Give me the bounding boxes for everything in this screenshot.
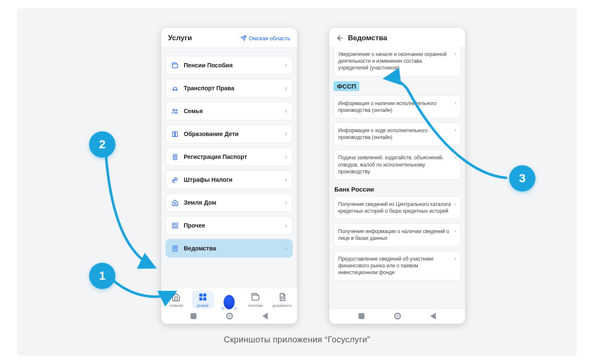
back-button[interactable] — [336, 34, 344, 42]
item-text: Получение информации о наличии сведений … — [338, 228, 451, 242]
chevron-right-icon: › — [285, 245, 287, 252]
svg-rect-11 — [199, 294, 202, 297]
service-item-5[interactable]: Штрафы Налоги › — [165, 170, 293, 189]
service-item-8[interactable]: Ведомства › — [165, 239, 293, 258]
arrow-left-icon — [336, 34, 344, 42]
svg-point-2 — [173, 109, 174, 111]
chevron-right-icon: › — [285, 153, 287, 161]
service-label: Прочее — [184, 222, 280, 229]
list-item[interactable]: Предоставление сведений об участнике фин… — [333, 251, 461, 281]
section-header-fssp: ФССП — [333, 81, 359, 91]
item-text: Уведомление о начале и окончании охранно… — [338, 51, 451, 72]
nav-label: главная — [169, 303, 183, 308]
home-icon — [171, 199, 179, 206]
chevron-right-icon: › — [454, 154, 456, 160]
service-item-3[interactable]: Образование Дети › — [165, 125, 293, 143]
bottom-nav: главнаяуслугиплатежидокументы — [161, 288, 297, 309]
canvas: Услуги Омская область Пенсии Пособия › Т… — [0, 0, 594, 364]
chevron-right-icon: › — [285, 61, 287, 69]
chevron-right-icon: › — [285, 222, 287, 229]
header-services: Услуги Омская область — [161, 28, 297, 47]
svg-rect-9 — [175, 226, 177, 228]
service-label: Образование Дети — [184, 131, 280, 137]
wallet-icon — [171, 61, 179, 69]
service-label: Семья — [184, 108, 280, 114]
list-item[interactable]: Получение информации о наличии сведений … — [333, 223, 461, 246]
phone-services: Услуги Омская область Пенсии Пособия › Т… — [161, 28, 297, 324]
book-icon — [171, 130, 179, 138]
home-icon[interactable] — [226, 313, 233, 320]
header-agencies: Ведомства — [329, 28, 465, 47]
chevron-right-icon: › — [285, 199, 287, 206]
chevron-right-icon: › — [285, 84, 287, 92]
list-item[interactable]: Подача заявлений, ходатайств, объяснений… — [333, 150, 461, 180]
service-item-1[interactable]: Транспорт Права › — [165, 79, 293, 97]
svg-rect-13 — [199, 297, 202, 300]
robot-icon — [224, 297, 235, 308]
list-item[interactable]: Получение сведений из Центрального катал… — [333, 196, 461, 219]
step-badge-3: 3 — [509, 165, 535, 192]
android-nav — [329, 309, 465, 324]
passport-icon — [171, 153, 179, 161]
figure-caption: Скриншоты приложения “Госуслуги” — [17, 335, 577, 345]
nav-платежи[interactable]: платежи — [244, 291, 266, 308]
chevron-right-icon: › — [454, 51, 456, 57]
wallet-icon — [250, 292, 261, 303]
item-text: Информация о ходе исполнительного произв… — [338, 127, 451, 141]
home-icon — [171, 292, 182, 303]
nav-label: услуги — [197, 303, 208, 308]
service-label: Ведомства — [184, 245, 280, 252]
nav-документы[interactable]: документы — [271, 291, 293, 308]
back-icon[interactable] — [262, 313, 268, 320]
nav-assistant[interactable] — [218, 296, 240, 308]
nav-label: документы — [272, 303, 291, 308]
list-item[interactable]: Информация о наличии исполнительного про… — [333, 95, 461, 118]
robot-icon — [224, 295, 235, 309]
agencies-body: Уведомление о начале и окончании охранно… — [329, 47, 465, 309]
nav-услуги[interactable]: услуги — [192, 291, 214, 308]
service-item-6[interactable]: Земля Дом › — [165, 193, 293, 212]
service-label: Транспорт Права — [184, 85, 280, 92]
annotation-arrows — [17, 8, 577, 356]
service-label: Пенсии Пособия — [184, 62, 280, 69]
svg-rect-10 — [173, 246, 177, 251]
android-nav — [161, 309, 297, 324]
nav-label: платежи — [248, 303, 263, 308]
svg-rect-14 — [203, 297, 206, 300]
page-title: Ведомства — [348, 34, 387, 42]
service-item-7[interactable]: Прочее › — [165, 216, 293, 235]
back-icon[interactable] — [430, 313, 436, 320]
family-icon — [171, 107, 179, 115]
svg-point-3 — [176, 109, 177, 111]
page-title: Услуги — [168, 34, 192, 42]
chevron-right-icon: › — [285, 130, 287, 138]
svg-rect-6 — [172, 223, 174, 225]
phone-agencies: Ведомства Уведомление о начале и окончан… — [329, 28, 465, 324]
step-badge-1: 1 — [89, 263, 115, 289]
list-item[interactable]: Информация о ходе исполнительного произв… — [333, 122, 461, 145]
car-icon — [171, 84, 179, 92]
service-label: Штрафы Налоги — [184, 176, 280, 183]
grid-icon — [171, 222, 179, 229]
list-item[interactable]: Уведомление о начале и окончании охранно… — [333, 47, 461, 76]
item-text: Получение сведений из Центрального катал… — [338, 201, 451, 214]
step-badge-2: 2 — [89, 131, 115, 158]
recent-apps-icon[interactable] — [191, 313, 196, 319]
service-item-0[interactable]: Пенсии Пособия › — [165, 56, 293, 75]
service-item-4[interactable]: Регистрация Паспорт › — [165, 147, 293, 166]
service-item-2[interactable]: Семья › — [165, 102, 293, 120]
services-body: Пенсии Пособия › Транспорт Права › Семья… — [161, 47, 297, 288]
svg-point-5 — [174, 156, 176, 157]
home-icon[interactable] — [394, 313, 401, 320]
chevron-right-icon: › — [285, 107, 287, 115]
gavel-icon — [171, 176, 179, 183]
chevron-right-icon: › — [454, 201, 456, 207]
section-header-bank: Банк России — [333, 184, 461, 196]
nav-главная[interactable]: главная — [165, 291, 187, 308]
scroll-hint-bar — [165, 49, 293, 52]
stage: Услуги Омская область Пенсии Пособия › Т… — [17, 8, 577, 356]
region-selector[interactable]: Омская область — [241, 35, 290, 42]
recent-apps-icon[interactable] — [359, 313, 364, 319]
doc-icon — [277, 292, 288, 303]
chevron-right-icon: › — [454, 228, 456, 234]
